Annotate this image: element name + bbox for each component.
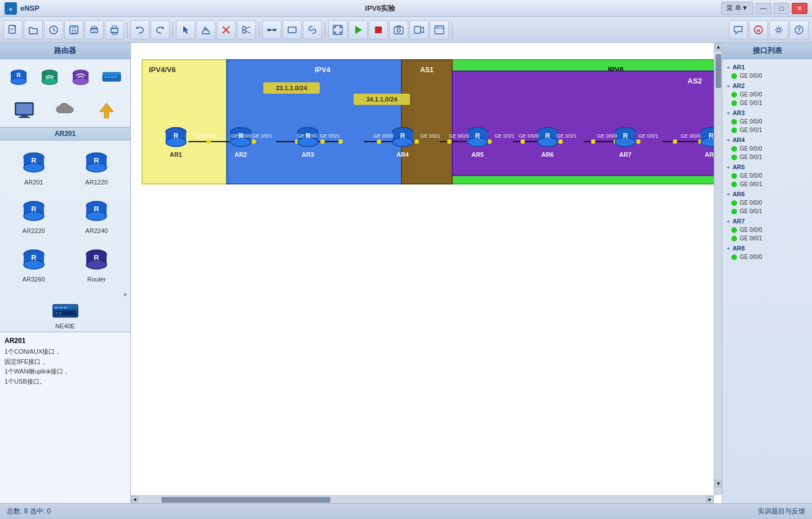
scroll-left-arrow[interactable]: ◄ — [131, 496, 139, 504]
device-ar2240[interactable]: R AR2240 — [68, 193, 126, 237]
ar4-ge001[interactable]: GE 0/0/1 — [722, 153, 812, 161]
device-ar1220[interactable]: R AR1220 — [68, 145, 126, 189]
ar6-ge001[interactable]: GE 0/0/1 — [722, 207, 812, 215]
ar8-ge000[interactable]: GE 0/0/0 — [722, 253, 812, 261]
device-ar201[interactable]: R AR201 — [5, 145, 63, 189]
device-ne40e[interactable]: NE40E — [0, 299, 130, 332]
ar7-ge000[interactable]: GE 0/0/0 — [722, 226, 812, 234]
device-item-router-type1[interactable]: R — [5, 64, 33, 92]
device-item-monitor[interactable] — [5, 96, 43, 125]
ar5-ge001[interactable]: GE 0/0/1 — [722, 180, 812, 188]
new-button[interactable] — [3, 20, 23, 39]
link-button[interactable] — [262, 20, 281, 39]
ar3-ge001[interactable]: GE 0/0/1 — [722, 126, 812, 134]
close-button[interactable]: ✕ — [792, 3, 807, 14]
rect-button[interactable] — [283, 20, 302, 39]
device-ar2220[interactable]: R AR2220 — [5, 193, 63, 237]
device-item-power[interactable] — [87, 96, 126, 125]
ar7-ge001[interactable]: GE 0/0/1 — [722, 234, 812, 243]
ar2220-icon: R — [19, 197, 48, 226]
device-router[interactable]: R Router — [68, 242, 126, 286]
iface-group-ar4-header[interactable]: ◄ AR4 — [722, 135, 812, 144]
scroll-right-arrow[interactable]: ► — [706, 496, 714, 504]
svg-rect-6 — [72, 30, 76, 33]
scroll-up-arrow[interactable]: ▲ — [714, 43, 722, 51]
iface-group-ar8-header[interactable]: ◄ AR8 — [722, 244, 812, 253]
help-button[interactable]: ? — [789, 20, 809, 39]
ar2-ge001[interactable]: GE 0/0/1 — [722, 99, 812, 107]
scroll-thumb-horizontal[interactable] — [161, 497, 330, 503]
interface-list[interactable]: ◄ AR1 GE 0/0/0 ◄ AR2 GE 0/0/0 — [722, 59, 812, 503]
ar1-ge000[interactable]: GE 0/0/0 — [722, 72, 812, 80]
ar8-group-label: AR8 — [732, 245, 745, 252]
ar7-ge000-status-dot — [731, 227, 737, 233]
scroll-thumb-vertical[interactable] — [716, 54, 721, 88]
select-button[interactable] — [176, 20, 195, 39]
device-description: AR201 1个CON/AUX接口，固定8FE接口，1个WAN侧uplink接口… — [0, 332, 130, 503]
iface-group-ar7-header[interactable]: ◄ AR7 — [722, 217, 812, 226]
svg-point-15 — [242, 30, 246, 33]
ar2-ge0-label: GE 0/0/0 — [231, 133, 251, 139]
ar4-ge000[interactable]: GE 0/0/0 — [722, 144, 812, 153]
huawei-button[interactable]: H — [749, 20, 768, 39]
device-item-router-wireless[interactable] — [67, 64, 95, 92]
menu-button[interactable]: 菜 单▼ — [721, 2, 753, 15]
device-item-cloud[interactable] — [46, 96, 85, 125]
sidebar-scroll-indicator: ▼ — [0, 291, 130, 299]
delete-button[interactable] — [217, 20, 236, 39]
ar1-arrow-icon: ◄ — [726, 65, 730, 70]
svg-point-118 — [636, 139, 641, 144]
router-ar7: R — [615, 127, 636, 147]
ar4-arrow-icon: ◄ — [726, 138, 730, 143]
device-ar3260[interactable]: R AR3260 — [5, 242, 63, 286]
router-label: Router — [87, 276, 106, 283]
iface-group-ar1-header[interactable]: ◄ AR1 — [722, 63, 812, 72]
scroll-down-arrow[interactable]: ▼ — [714, 480, 722, 487]
print-preview-button[interactable] — [85, 20, 104, 39]
save-recent-button[interactable] — [44, 20, 63, 39]
save-button[interactable] — [64, 20, 83, 39]
undo-button[interactable] — [130, 20, 149, 39]
ar8-arrow-icon: ◄ — [726, 246, 730, 251]
ar3-ge000-label: GE 0/0/0 — [740, 118, 762, 125]
ar8-node-label: AR8 — [705, 151, 714, 158]
ar5-ge000[interactable]: GE 0/0/0 — [722, 171, 812, 180]
chat-button[interactable] — [729, 20, 748, 39]
redo-button[interactable] — [151, 20, 170, 39]
scissors-button[interactable] — [237, 20, 256, 39]
ar3-ge000[interactable]: GE 0/0/0 — [722, 117, 812, 126]
device-item-switch[interactable] — [97, 64, 126, 92]
svg-rect-89 — [227, 60, 413, 184]
iface-group-ar3-header[interactable]: ◄ AR3 — [722, 108, 812, 117]
ar6-ge001-label: GE 0/0/1 — [740, 208, 762, 214]
svg-text:R: R — [709, 132, 714, 140]
record-button[interactable] — [409, 20, 429, 39]
device-item-router-type2[interactable] — [36, 64, 64, 92]
restore-button[interactable]: □ — [774, 3, 789, 14]
stop-button[interactable] — [369, 20, 388, 39]
zoom-fit-button[interactable] — [328, 20, 347, 39]
print-button[interactable] — [105, 20, 124, 39]
add-link-button[interactable] — [303, 20, 322, 39]
ar3-ge001-label: GE 0/0/1 — [740, 127, 762, 133]
topology-button[interactable] — [430, 20, 449, 39]
iface-group-ar6-header[interactable]: ◄ AR6 — [722, 190, 812, 199]
iface-group-ar2-header[interactable]: ◄ AR2 — [722, 81, 812, 90]
screenshot-button[interactable] — [389, 20, 408, 39]
minimize-button[interactable]: — — [756, 3, 771, 14]
hand-button[interactable] — [196, 20, 215, 39]
ar2-ge000[interactable]: GE 0/0/0 — [722, 90, 812, 99]
device-grid: R AR201 R AR1220 — [0, 140, 130, 291]
window-title: IPV6实验 — [365, 3, 395, 14]
svg-rect-28 — [414, 27, 421, 33]
svg-rect-91 — [401, 60, 452, 184]
settings-button[interactable] — [769, 20, 788, 39]
horizontal-scrollbar[interactable]: ◄ ► — [131, 495, 714, 503]
ar6-ge000[interactable]: GE 0/0/0 — [722, 199, 812, 207]
play-button[interactable] — [348, 20, 368, 39]
canvas-area[interactable]: IPV4/V6 IPV4 IPV6 AS1 AS2 23.1.1.0/24 34… — [131, 43, 722, 503]
ar5-group-label: AR5 — [732, 164, 745, 170]
vertical-scrollbar[interactable]: ▲ ▼ — [714, 43, 722, 495]
iface-group-ar5-header[interactable]: ◄ AR5 — [722, 162, 812, 171]
open-button[interactable] — [24, 20, 43, 39]
